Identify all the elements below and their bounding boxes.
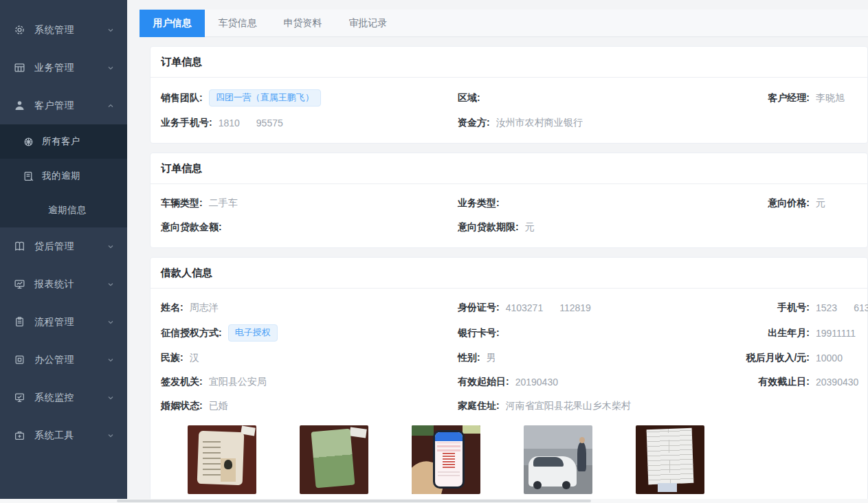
chevron-down-icon — [107, 64, 115, 72]
photo-household-register[interactable]: 整本户口本 — [300, 425, 368, 499]
field-valid-from: 有效起始日: 20190430 — [458, 376, 733, 388]
sidebar-item-label: 系统工具 — [34, 429, 107, 442]
field-income: 税后月收入/元: 10000 — [733, 352, 857, 364]
field-name: 姓名: 周志洋 — [161, 302, 458, 314]
field-vehicle-type: 车辆类型: 二手车 — [161, 197, 458, 210]
document-photos: 人像面 整本户口本 征信记录 — [161, 425, 857, 499]
monitor-icon — [14, 278, 25, 290]
tab-user-info[interactable]: 用户信息 — [140, 10, 205, 37]
sidebar-item-label: 报表统计 — [34, 278, 107, 291]
field-marital-status: 婚姻状态: 已婚 — [161, 400, 458, 412]
chevron-down-icon — [107, 432, 115, 440]
field-region: 区域: — [458, 92, 733, 104]
field-sales-team: 销售团队: 四团一营（直属王鹏飞） — [161, 89, 458, 107]
scrollbar-thumb[interactable] — [117, 500, 591, 502]
card-title: 借款人信息 — [151, 258, 867, 289]
tab-approval-records[interactable]: 审批记录 — [335, 10, 401, 37]
card-title: 订单信息 — [151, 153, 867, 184]
photo-person-with-car[interactable]: 人车合影 — [524, 425, 592, 499]
field-gender: 性别: 男 — [458, 352, 733, 364]
credit-auth-tag[interactable]: 电子授权 — [228, 324, 278, 342]
field-bank-card: 银行卡号: — [458, 327, 733, 339]
field-ethnicity: 民族: 汉 — [161, 352, 458, 364]
toolbox-icon — [14, 429, 25, 441]
chevron-down-icon — [107, 356, 115, 364]
sidebar-item-label: 客户管理 — [34, 100, 107, 112]
chevron-down-icon — [107, 26, 115, 34]
tab-loan-application-docs[interactable]: 申贷资料 — [270, 10, 335, 37]
field-funder: 资金方: 汝州市农村商业银行 — [458, 117, 733, 129]
sidebar-item-system-mgmt[interactable]: 系统管理 — [0, 11, 127, 49]
field-birth: 出生年月: 19911111 — [733, 327, 857, 339]
field-intended-loan-term: 意向贷款期限: 元 — [458, 221, 733, 234]
field-mobile: 手机号: 15236137 — [733, 302, 868, 314]
chevron-down-icon — [107, 280, 115, 289]
sidebar-item-label: 逾期信息 — [48, 204, 115, 216]
photo-credit-record[interactable]: 征信记录 — [412, 425, 480, 499]
chevron-up-icon — [107, 102, 115, 110]
field-id-number: 身份证号: 4103271112819 — [458, 302, 733, 314]
sidebar-item-postloan-mgmt[interactable]: 贷后管理 — [0, 227, 127, 265]
card-title: 订单信息 — [151, 47, 867, 78]
field-issuing-authority: 签发机关: 宜阳县公安局 — [161, 376, 458, 388]
sidebar-item-label: 所有客户 — [42, 135, 115, 148]
sidebar-item-label: 办公管理 — [34, 354, 107, 366]
wheel-icon — [23, 136, 34, 148]
tab-car-loan-info[interactable]: 车贷信息 — [205, 10, 270, 37]
field-business-phone: 业务手机号: 181095575 — [161, 117, 458, 129]
field-home-address: 家庭住址: 河南省宜阳县花果山乡木柴村 — [458, 400, 733, 412]
chevron-down-icon — [107, 394, 115, 402]
detail-tabbar: 用户信息 车贷信息 申贷资料 审批记录 — [140, 10, 868, 37]
sales-team-tag[interactable]: 四团一营（直属王鹏飞） — [209, 89, 321, 107]
chevron-down-icon — [107, 243, 115, 251]
user-icon — [14, 100, 25, 111]
sidebar: 系统管理 业务管理 客户管理 所有客户 我的逾期 — [0, 0, 127, 499]
horizontal-scrollbar[interactable] — [0, 499, 868, 503]
sidebar-item-system-monitor[interactable]: 系统监控 — [0, 379, 127, 416]
notebook-icon — [23, 170, 34, 182]
sidebar-item-overdue-info[interactable]: 逾期信息 — [0, 193, 127, 227]
sidebar-item-label: 系统管理 — [34, 24, 107, 36]
person-car-photo — [524, 425, 592, 494]
sidebar-item-label: 流程管理 — [34, 316, 107, 328]
sidebar-item-label: 贷后管理 — [34, 241, 107, 253]
sidebar-item-system-tools[interactable]: 系统工具 — [0, 416, 127, 454]
monitor-check-icon — [14, 392, 25, 403]
id-card-photo — [188, 425, 256, 494]
gear-icon — [14, 24, 25, 36]
sidebar-item-label: 系统监控 — [34, 392, 107, 404]
clipboard-icon — [14, 316, 25, 328]
sidebar-item-customer-mgmt[interactable]: 客户管理 — [0, 87, 127, 124]
grid-icon — [14, 62, 25, 74]
square-in-square-icon — [14, 354, 25, 366]
household-register-photo — [300, 425, 368, 494]
field-intended-price: 意向价格: 元 — [733, 197, 857, 210]
phone-qr-photo — [412, 425, 480, 494]
sidebar-item-process-mgmt[interactable]: 流程管理 — [0, 303, 127, 341]
photo-id-card-portrait[interactable]: 人像面 — [188, 425, 256, 499]
field-valid-to: 有效截止日: 20390430 — [733, 376, 858, 388]
order-info-card-2: 订单信息 车辆类型: 二手车 业务类型: 意向价格: 元 意向贷款金额: — [150, 153, 868, 248]
open-book-icon — [14, 241, 25, 252]
photo-other-document[interactable]: 其他材料 — [636, 425, 704, 499]
field-credit-auth: 征信授权方式: 电子授权 — [161, 324, 458, 342]
main-content: 用户信息 车贷信息 申贷资料 审批记录 订单信息 销售团队: 四团一营（直属王鹏… — [127, 0, 868, 499]
sidebar-item-label: 业务管理 — [34, 62, 107, 74]
sidebar-item-report-stats[interactable]: 报表统计 — [0, 265, 127, 303]
field-account-manager: 客户经理: 李晓旭 — [733, 92, 857, 104]
sidebar-item-office-mgmt[interactable]: 办公管理 — [0, 341, 127, 379]
customer-submenu: 所有客户 我的逾期 逾期信息 — [0, 124, 127, 227]
field-intended-loan-amount: 意向贷款金额: — [161, 221, 458, 234]
sidebar-item-all-customers[interactable]: 所有客户 — [0, 124, 127, 159]
order-info-card-1: 订单信息 销售团队: 四团一营（直属王鹏飞） 区域: 客户经理: 李晓旭 业务手 — [150, 46, 868, 144]
chevron-down-icon — [107, 318, 115, 326]
borrower-info-card: 借款人信息 姓名: 周志洋 身份证号: 4103271112819 手机号: 1… — [150, 257, 868, 499]
sidebar-item-my-overdue[interactable]: 我的逾期 — [0, 159, 127, 193]
sidebar-item-label: 我的逾期 — [42, 170, 115, 182]
paper-document-photo — [636, 425, 704, 494]
field-business-type: 业务类型: — [458, 197, 733, 210]
sidebar-item-business-mgmt[interactable]: 业务管理 — [0, 49, 127, 87]
